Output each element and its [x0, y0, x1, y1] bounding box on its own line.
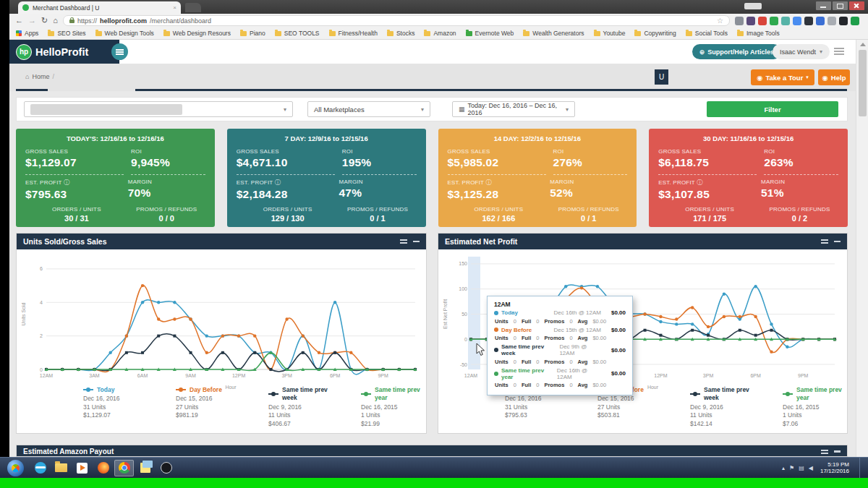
taskbar-chrome[interactable] [114, 460, 134, 476]
taskbar-sticky-notes[interactable] [135, 460, 155, 476]
info-icon[interactable]: ⓘ [697, 179, 702, 186]
extension-icon[interactable] [746, 17, 755, 25]
extension-icon[interactable] [816, 17, 825, 25]
refresh-icon[interactable]: ↻ [41, 17, 48, 25]
bookmark-item[interactable]: Web Design Resours [163, 30, 231, 37]
legend-amount: $795.63 [505, 411, 577, 420]
apps-shortcut[interactable]: Apps [16, 30, 38, 37]
extension-icon[interactable] [827, 17, 836, 25]
breadcrumb[interactable]: ⌂ Home / [25, 73, 54, 80]
filter-button[interactable]: Filter [707, 101, 838, 117]
taskbar-obs[interactable] [156, 460, 176, 476]
logo[interactable]: hp HelloProfit [9, 40, 119, 64]
units-label: Units [495, 335, 509, 341]
merchant-select[interactable]: ▾ [24, 101, 293, 117]
extension-icon[interactable] [839, 17, 848, 25]
panel-options-icon[interactable] [821, 239, 828, 244]
sidebar-toggle-icon[interactable] [111, 43, 128, 60]
extension-icon[interactable] [770, 17, 778, 25]
panel-title: Units Sold/Gross Sales [23, 237, 107, 246]
series-name: Today [501, 309, 518, 316]
forward-icon[interactable]: → [28, 17, 36, 25]
scrollbar-thumb[interactable] [859, 50, 867, 116]
bookmark-item[interactable]: Evernote Web [466, 30, 514, 37]
legend-date: Dec 16, 2015 [783, 403, 855, 412]
est-profit-label: EST. PROFIT [237, 179, 273, 186]
legend-item[interactable]: Same time prev year Dec 16, 2015 1 Units… [361, 386, 433, 429]
legend-item[interactable]: Same time prev week Dec 9, 2016 11 Units… [268, 386, 341, 429]
taskbar-media-player[interactable] [72, 460, 92, 476]
collapse-icon[interactable] [834, 450, 841, 453]
bookmark-item[interactable]: Stocks [387, 30, 415, 37]
help-button[interactable]: ◉ Help [818, 69, 850, 85]
search-input[interactable]: U [655, 69, 668, 85]
tab-close-icon[interactable]: × [173, 5, 176, 11]
extension-icon[interactable] [804, 17, 813, 25]
series-amount: $0.00 [604, 370, 626, 377]
info-icon[interactable]: ⓘ [64, 179, 69, 186]
svg-text:100: 100 [459, 286, 467, 291]
units-sold-chart[interactable]: 024612AM3AM6AM9AM12PM3PM6PM9PMHourUnits … [20, 252, 422, 390]
back-icon[interactable]: ← [15, 17, 23, 25]
window-minimize-button[interactable] [816, 1, 831, 10]
extension-icon[interactable] [793, 17, 801, 25]
legend-item[interactable]: Today Dec 16, 2016 31 Units $1,129.07 [83, 386, 156, 429]
network-icon[interactable]: ▤ [799, 465, 804, 471]
legend-item[interactable]: Day Before Dec 15, 2016 27 Units $981.19 [176, 386, 248, 429]
bookmark-item[interactable]: Wealth Generators [523, 30, 584, 37]
bookmark-item[interactable]: Copywriting [634, 30, 676, 37]
show-desktop-button[interactable] [859, 458, 865, 479]
svg-text:9PM: 9PM [378, 373, 388, 378]
collapse-icon[interactable] [413, 241, 420, 243]
extension-icon[interactable] [781, 17, 790, 25]
take-a-tour-button[interactable]: ◉ Take a Tour ▾ [751, 69, 814, 85]
volume-icon[interactable]: ◀ [809, 465, 813, 471]
tray-expand-icon[interactable]: ▴ [782, 465, 785, 471]
browser-tab[interactable]: Merchant Dashboard | U × [18, 1, 181, 14]
home-icon[interactable]: ⌂ [53, 17, 58, 25]
bookmark-item[interactable]: Piano [240, 30, 265, 37]
bookmark-item[interactable]: Youtube [594, 30, 626, 37]
stat-card-title: 7 DAY: 12/9/16 to 12/15/16 [237, 134, 417, 142]
scroll-up-icon[interactable] [860, 43, 866, 46]
bookmark-item[interactable]: Amazon [424, 30, 456, 37]
legend-item[interactable]: Same time prev year Dec 16, 2015 1 Units… [783, 386, 855, 429]
svg-text:6PM: 6PM [330, 373, 341, 378]
window-maximize-button[interactable] [833, 1, 848, 10]
collapse-icon[interactable] [834, 241, 841, 243]
support-button[interactable]: ⊕ Support/Help Articles [692, 44, 781, 59]
menu-icon[interactable] [834, 48, 846, 56]
info-icon[interactable]: ⓘ [275, 179, 281, 186]
extension-icon[interactable] [735, 17, 744, 25]
start-button[interactable] [7, 460, 24, 476]
bookmark-item[interactable]: Social Tools [686, 30, 728, 37]
panel-options-icon[interactable] [400, 239, 407, 244]
bookmark-item[interactable]: Web Design Tools [95, 30, 154, 37]
bookmark-item[interactable]: Image Tools [737, 30, 780, 37]
bookmark-item[interactable]: SEO TOOLS [275, 30, 320, 37]
address-bar[interactable]: https://helloprofit.com/merchant/dashboa… [63, 15, 730, 26]
new-tab-button[interactable] [185, 3, 201, 12]
stat-card: 7 DAY: 12/9/16 to 12/15/16 GROSS SALES $… [227, 129, 426, 227]
panel-options-icon[interactable] [821, 449, 828, 455]
redacted-merchant-name [30, 104, 182, 115]
user-menu[interactable]: Isaac Wendt ▾ [773, 44, 830, 59]
marketplace-select[interactable]: All Marketplaces ▾ [307, 101, 430, 117]
bookmark-item[interactable]: Fitness/Health [329, 30, 378, 37]
info-icon[interactable]: ⓘ [485, 179, 491, 186]
folder-icon [594, 31, 600, 36]
page-scrollbar[interactable] [856, 40, 868, 457]
units-value: 0 [514, 318, 516, 325]
bookmark-item[interactable]: SEO Sites [48, 30, 85, 37]
clock[interactable]: 5:19 PM 17/12/2016 [820, 461, 849, 475]
extension-icon[interactable] [758, 17, 767, 25]
date-range-picker[interactable]: ▦ Today: Dec 16, 2016 – Dec 16, 2016 ▾ [452, 101, 575, 117]
extension-icon[interactable] [851, 17, 859, 25]
flag-icon[interactable]: ⚑ [789, 465, 794, 471]
bookmark-star-icon[interactable]: ☆ [717, 17, 723, 25]
taskbar-firefox[interactable] [93, 460, 113, 476]
legend-item[interactable]: Same time prev week Dec 9, 2016 11 Units… [690, 386, 762, 429]
taskbar-explorer[interactable] [51, 460, 71, 476]
taskbar-ie[interactable] [30, 460, 50, 476]
window-close-button[interactable] [849, 1, 864, 10]
